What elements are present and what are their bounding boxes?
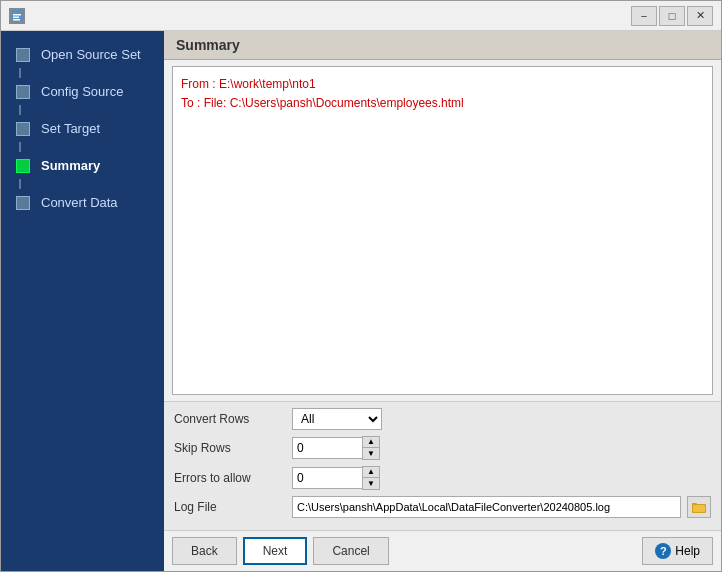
maximize-button[interactable]: □ [659, 6, 685, 26]
errors-increment[interactable]: ▲ [363, 467, 379, 478]
sidebar-item-open-source-set[interactable]: Open Source Set [1, 41, 164, 78]
sidebar-item-summary[interactable]: Summary [1, 152, 164, 189]
app-icon [9, 8, 25, 24]
sidebar: Open Source Set Config Source [1, 31, 164, 571]
errors-label: Errors to allow [174, 471, 284, 485]
errors-decrement[interactable]: ▼ [363, 478, 379, 489]
nav-buttons: Back Next Cancel [172, 537, 389, 565]
skip-rows-spinbox-btns: ▲ ▼ [362, 436, 380, 460]
sidebar-label-convert-data: Convert Data [41, 195, 118, 210]
skip-rows-spinbox: ▲ ▼ [292, 436, 380, 460]
log-file-row: Log File [174, 496, 711, 518]
sidebar-row-summary[interactable]: Summary [1, 152, 164, 179]
log-file-input[interactable] [292, 496, 681, 518]
summary-box: From : E:\work\temp\nto1 To : File: C:\U… [172, 66, 713, 395]
convert-rows-select[interactable]: All Range [292, 408, 382, 430]
skip-rows-row: Skip Rows ▲ ▼ [174, 436, 711, 460]
convert-rows-label: Convert Rows [174, 412, 284, 426]
options-area: Convert Rows All Range Skip Rows ▲ ▼ [164, 401, 721, 530]
svg-rect-3 [13, 19, 20, 21]
sidebar-label-config-source: Config Source [41, 84, 123, 99]
sidebar-line-4 [19, 179, 21, 189]
svg-rect-1 [13, 14, 21, 16]
errors-spinbox: ▲ ▼ [292, 466, 380, 490]
errors-input[interactable] [292, 467, 362, 489]
convert-rows-row: Convert Rows All Range [174, 408, 711, 430]
svg-rect-6 [693, 505, 705, 512]
minimize-button[interactable]: − [631, 6, 657, 26]
sidebar-line-1 [19, 68, 21, 78]
sidebar-row-set-target[interactable]: Set Target [1, 115, 164, 142]
skip-rows-increment[interactable]: ▲ [363, 437, 379, 448]
cancel-button[interactable]: Cancel [313, 537, 388, 565]
folder-icon [692, 501, 706, 513]
sidebar-label-summary: Summary [41, 158, 100, 173]
close-button[interactable]: ✕ [687, 6, 713, 26]
sidebar-dot-summary [16, 159, 30, 173]
help-button[interactable]: ? Help [642, 537, 713, 565]
sidebar-dot-convert-data [16, 196, 30, 210]
bottom-bar: Back Next Cancel ? Help [164, 530, 721, 571]
errors-spinbox-btns: ▲ ▼ [362, 466, 380, 490]
help-icon: ? [655, 543, 671, 559]
sidebar-label-set-target: Set Target [41, 121, 100, 136]
app-window: − □ ✕ Open Source Set [0, 0, 722, 572]
log-file-browse-button[interactable] [687, 496, 711, 518]
title-bar-left [9, 8, 25, 24]
sidebar-item-set-target[interactable]: Set Target [1, 115, 164, 152]
sidebar-dot-set-target [16, 122, 30, 136]
log-file-input-group [292, 496, 711, 518]
sidebar-line-3 [19, 142, 21, 152]
sidebar-row-config-source[interactable]: Config Source [1, 78, 164, 105]
sidebar-dot-open-source-set [16, 48, 30, 62]
summary-line-from: From : E:\work\temp\nto1 [181, 75, 704, 94]
sidebar-item-config-source[interactable]: Config Source [1, 78, 164, 115]
sidebar-label-open-source-set: Open Source Set [41, 47, 141, 62]
svg-rect-2 [13, 16, 19, 18]
sidebar-row-convert-data[interactable]: Convert Data [1, 189, 164, 216]
next-button[interactable]: Next [243, 537, 308, 565]
help-label: Help [675, 544, 700, 558]
main-header: Summary [164, 31, 721, 60]
sidebar-line-2 [19, 105, 21, 115]
skip-rows-label: Skip Rows [174, 441, 284, 455]
skip-rows-decrement[interactable]: ▼ [363, 448, 379, 459]
main-area: Summary From : E:\work\temp\nto1 To : Fi… [164, 31, 721, 571]
log-file-label: Log File [174, 500, 284, 514]
sidebar-row-open-source-set[interactable]: Open Source Set [1, 41, 164, 68]
skip-rows-input[interactable] [292, 437, 362, 459]
sidebar-dot-config-source [16, 85, 30, 99]
title-bar-controls: − □ ✕ [631, 6, 713, 26]
content-area: Open Source Set Config Source [1, 31, 721, 571]
summary-line-to: To : File: C:\Users\pansh\Documents\empl… [181, 94, 704, 113]
title-bar: − □ ✕ [1, 1, 721, 31]
back-button[interactable]: Back [172, 537, 237, 565]
sidebar-item-convert-data[interactable]: Convert Data [1, 189, 164, 216]
errors-row: Errors to allow ▲ ▼ [174, 466, 711, 490]
